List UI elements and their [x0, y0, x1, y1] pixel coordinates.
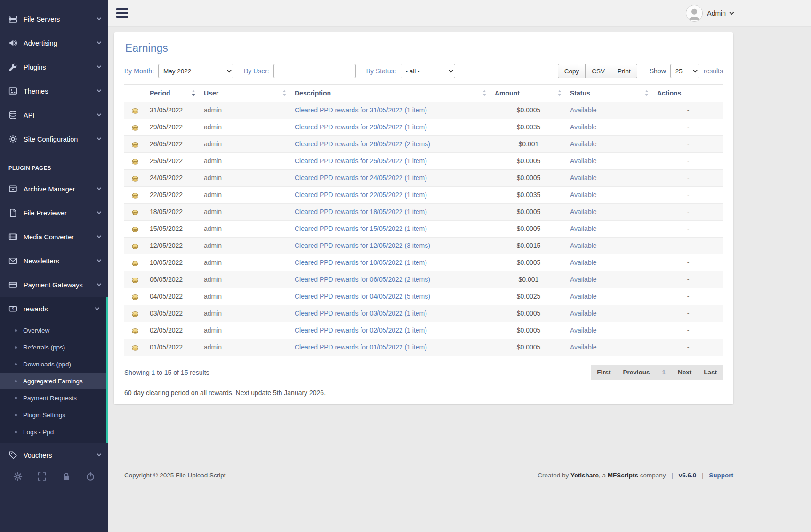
sidebar-item-newsletters[interactable]: Newsletters — [0, 249, 108, 273]
csv-button[interactable]: CSV — [585, 64, 611, 78]
sidebar-subitem-logs-ppd[interactable]: Logs - Ppd — [0, 423, 106, 440]
column-header-user[interactable]: User — [200, 85, 291, 102]
admin-menu[interactable]: Admin — [686, 5, 733, 22]
actions-cell: - — [653, 119, 723, 136]
pagination-last[interactable]: Last — [698, 365, 723, 380]
status-cell: Available — [566, 170, 653, 187]
power-icon[interactable] — [86, 472, 95, 481]
column-label: Status — [570, 89, 590, 97]
description-cell: Cleared PPD rewards for 22/05/2022 (1 it… — [291, 187, 491, 204]
yetishare-link[interactable]: Yetishare — [570, 472, 599, 479]
period-cell: 31/05/2022 — [146, 102, 200, 119]
bullet-icon — [15, 431, 17, 433]
wrench-icon — [8, 63, 17, 71]
column-header-description[interactable]: Description — [291, 85, 491, 102]
sidebar-subitem-label: Downloads (ppd) — [23, 361, 71, 368]
user-cell: admin — [200, 102, 291, 119]
content-area: Earnings By Month: May 2022 By User: By … — [108, 27, 811, 404]
amount-cell: $0.0025 — [491, 288, 566, 305]
column-header-amount[interactable]: Amount — [491, 85, 566, 102]
actions-cell: - — [653, 322, 723, 339]
user-cell: admin — [200, 305, 291, 322]
support-link[interactable]: Support — [709, 472, 733, 479]
app: File ServersAdvertisingPluginsThemesAPIS… — [0, 0, 811, 532]
actions-cell: - — [653, 254, 723, 271]
month-filter-select[interactable]: May 2022 — [158, 64, 233, 78]
lock-icon[interactable] — [62, 472, 71, 481]
actions-cell: - — [653, 170, 723, 187]
sidebar-item-themes[interactable]: Themes — [0, 79, 108, 103]
description-cell: Cleared PPD rewards for 01/05/2022 (1 it… — [291, 339, 491, 356]
sidebar-item-vouchers[interactable]: Vouchers — [0, 443, 108, 467]
money-icon — [131, 259, 139, 267]
pagination-previous[interactable]: Previous — [617, 365, 656, 380]
sidebar-item-archive-manager[interactable]: Archive Manager — [0, 177, 108, 201]
table-row: 12/05/2022adminCleared PPD rewards for 1… — [124, 238, 723, 254]
row-icon-cell — [124, 322, 146, 339]
period-cell: 04/05/2022 — [146, 288, 200, 305]
sidebar-item-label: Advertising — [24, 40, 97, 47]
sidebar-item-api[interactable]: API — [0, 103, 108, 127]
sidebar-subitem-referrals-pps[interactable]: Referrals (pps) — [0, 339, 106, 356]
table-body: 31/05/2022adminCleared PPD rewards for 3… — [124, 102, 723, 356]
gear-icon[interactable] — [13, 472, 23, 481]
sidebar-subitem-aggregated-earnings[interactable]: Aggregated Earnings — [0, 373, 106, 389]
mfscripts-link[interactable]: MFScripts — [608, 472, 638, 479]
sidebar-subitem-downloads-ppd[interactable]: Downloads (ppd) — [0, 356, 106, 373]
database-icon — [8, 111, 17, 119]
sidebar-subitem-label: Overview — [23, 327, 49, 334]
sidebar-item-file-servers[interactable]: File Servers — [0, 7, 108, 31]
column-header-row-icon — [124, 85, 146, 102]
sidebar-item-media-converter[interactable]: Media Converter — [0, 225, 108, 249]
actions-cell: - — [653, 271, 723, 288]
column-header-period[interactable]: Period — [146, 85, 200, 102]
table-row: 25/05/2022adminCleared PPD rewards for 2… — [124, 153, 723, 170]
period-cell: 02/05/2022 — [146, 322, 200, 339]
sidebar-subitem-overview[interactable]: Overview — [0, 322, 106, 339]
actions-cell: - — [653, 187, 723, 204]
sidebar-subitem-payment-requests[interactable]: Payment Requests — [0, 389, 106, 406]
description-cell: Cleared PPD rewards for 24/05/2022 (1 it… — [291, 170, 491, 187]
sidebar-item-payment-gateways[interactable]: Payment Gateways — [0, 273, 108, 297]
period-cell: 06/05/2022 — [146, 271, 200, 288]
pagination-page-1[interactable]: 1 — [656, 365, 672, 380]
row-icon-cell — [124, 102, 146, 119]
separator: | — [671, 472, 673, 479]
pagination: First Previous 1 Next Last — [591, 365, 723, 380]
chevron-down-icon — [97, 112, 102, 117]
chevron-down-icon — [97, 234, 102, 238]
column-header-status[interactable]: Status — [566, 85, 653, 102]
status-filter-select[interactable]: - all - — [401, 64, 455, 78]
user-cell: admin — [200, 254, 291, 271]
bullet-icon — [15, 397, 17, 399]
actions-cell: - — [653, 102, 723, 119]
sidebar-item-advertising[interactable]: Advertising — [0, 31, 108, 55]
sidebar-item-file-previewer[interactable]: File Previewer — [0, 201, 108, 225]
amount-cell: $0.0005 — [491, 339, 566, 356]
copy-button[interactable]: Copy — [558, 64, 586, 78]
sort-icon — [192, 90, 195, 96]
column-label: Actions — [657, 89, 681, 97]
page-length-select[interactable]: 25 — [670, 64, 699, 78]
by-month-label: By Month: — [124, 67, 154, 75]
chevron-down-icon — [97, 210, 102, 214]
expand-icon[interactable] — [37, 472, 47, 481]
sidebar: File ServersAdvertisingPluginsThemesAPIS… — [0, 0, 108, 532]
table-row: 24/05/2022adminCleared PPD rewards for 2… — [124, 170, 723, 187]
sidebar-section-plugin-pages: PLUGIN PAGES — [0, 151, 108, 177]
description-cell: Cleared PPD rewards for 06/05/2022 (2 it… — [291, 271, 491, 288]
status-cell: Available — [566, 238, 653, 254]
menu-toggle-icon[interactable] — [116, 7, 128, 20]
sidebar-subitem-plugin-settings[interactable]: Plugin Settings — [0, 406, 106, 423]
pagination-first[interactable]: First — [591, 365, 617, 380]
amount-cell: $0.0005 — [491, 254, 566, 271]
table-row: 22/05/2022adminCleared PPD rewards for 2… — [124, 187, 723, 204]
print-button[interactable]: Print — [611, 64, 637, 78]
sidebar-item-rewards[interactable]: $rewards — [0, 297, 106, 321]
pagination-next[interactable]: Next — [672, 365, 698, 380]
user-cell: admin — [200, 322, 291, 339]
sidebar-item-plugins[interactable]: Plugins — [0, 55, 108, 79]
sidebar-item-site-configuration[interactable]: Site Configuration — [0, 127, 108, 151]
status-cell: Available — [566, 102, 653, 119]
user-filter-input[interactable] — [273, 64, 356, 78]
